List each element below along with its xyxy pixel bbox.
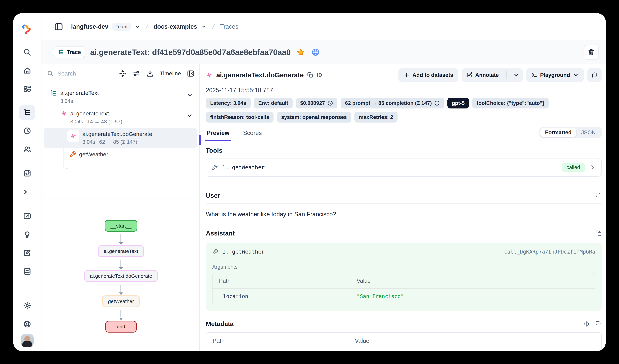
screen: langfuse-dev Team / docs-examples / Trac… — [0, 0, 619, 364]
detail-tabs: Preview Scores Formatted JSON — [206, 127, 602, 141]
public-globe-icon[interactable] — [311, 47, 321, 57]
tokens-badge[interactable]: 62 prompt → 85 completion (Σ 147) — [341, 98, 444, 108]
graph-edge — [121, 285, 121, 292]
copy-icon[interactable] — [596, 321, 602, 327]
content-area: Timeline ai.generateText 3.04s — [42, 64, 606, 351]
breadcrumb-separator: / — [143, 22, 151, 31]
tree-row-generation[interactable]: ai.generateText 3.04s14 → 43 (Σ 57) — [44, 107, 197, 128]
add-to-datasets-button[interactable]: Add to datasets — [398, 68, 458, 82]
prompts-file-code-icon[interactable] — [19, 166, 35, 181]
collapse-panel-icon[interactable] — [187, 70, 195, 77]
user-avatar[interactable] — [21, 334, 34, 347]
chevron-down-icon[interactable] — [186, 92, 193, 98]
argument-row: location "San Francisco" — [212, 289, 595, 304]
chevron-right-icon[interactable] — [589, 164, 596, 171]
insights-lightbulb-icon[interactable] — [19, 227, 35, 242]
sidebar-toggle-icon[interactable] — [53, 22, 64, 32]
annotate-dropdown-chevron[interactable] — [510, 68, 523, 82]
graph-node[interactable]: __end__ — [105, 321, 137, 333]
tool-call-id: call_DgKARp7a7IhJPDczfifMp6Ra — [504, 249, 595, 255]
delete-trace-button[interactable] — [584, 45, 598, 59]
evaluation-percent-icon[interactable] — [19, 208, 35, 224]
search-icon[interactable] — [19, 44, 35, 60]
tree-row-generation-selected[interactable]: ai.generateText.doGenerate 3.04s62 → 85 … — [44, 128, 197, 148]
tree-row-trace[interactable]: ai.generateText 3.04s — [44, 87, 197, 107]
annotate-button[interactable]: Annotate — [462, 68, 504, 82]
support-lifebuoy-icon[interactable] — [19, 316, 35, 332]
graph-edge — [121, 260, 121, 267]
copy-icon[interactable] — [307, 72, 313, 78]
app-window: langfuse-dev Team / docs-examples / Trac… — [13, 13, 606, 351]
langfuse-logo[interactable] — [21, 23, 33, 35]
tree-settings-sliders-icon[interactable] — [133, 70, 140, 77]
observation-timestamp: 2025-11-17 15:55:18.787 — [206, 87, 602, 94]
args-header-value: Value — [350, 278, 595, 284]
annotate-pen-icon — [466, 72, 472, 78]
observation-tree: ai.generateText 3.04s ai.generateText 3.… — [42, 83, 199, 161]
download-icon[interactable] — [146, 70, 154, 77]
timeline-toggle[interactable]: Timeline — [160, 70, 181, 77]
graph-node[interactable]: __start__ — [105, 220, 137, 232]
graph-node[interactable]: ai.generateText — [98, 245, 144, 257]
assistant-tool-call-block: 1. getWeather call_DgKARp7a7IhJPDczfifMp… — [206, 243, 602, 311]
playground-button[interactable]: Playground — [526, 68, 584, 82]
playground-terminal-icon[interactable] — [19, 184, 35, 200]
latency-badge: Latency: 3.04s — [206, 98, 251, 108]
graph-node[interactable]: ai.generateText.doGenerate — [84, 270, 158, 282]
graph-edge — [121, 234, 121, 242]
breadcrumb-org[interactable]: langfuse-dev — [71, 23, 108, 30]
panel-resize-handle[interactable] — [199, 135, 201, 145]
copy-icon[interactable] — [596, 230, 602, 236]
tab-scores[interactable]: Scores — [242, 128, 263, 141]
tree-search[interactable] — [47, 70, 90, 77]
collapse-all-icon[interactable] — [119, 70, 127, 77]
comments-button[interactable] — [587, 68, 602, 82]
bookmark-star-icon[interactable] — [296, 47, 306, 57]
generation-icon — [206, 72, 212, 79]
formatted-toggle[interactable]: Formatted — [540, 128, 577, 137]
arguments-table: Path Value location "San Francisco" — [212, 273, 595, 304]
json-toggle[interactable]: JSON — [577, 128, 600, 137]
chevron-down-icon[interactable] — [186, 112, 193, 119]
system-badge: system: openai.responses — [277, 112, 351, 122]
search-input[interactable] — [57, 70, 87, 77]
tracing-icon[interactable] — [19, 105, 35, 120]
sessions-clock-icon[interactable] — [19, 123, 35, 138]
org-plan-badge: Team — [113, 23, 131, 31]
breadcrumb-page[interactable]: Traces — [220, 23, 238, 30]
settings-gear-icon[interactable] — [19, 298, 35, 313]
env-badge: Env: default — [254, 98, 293, 108]
tool-name: 1. getWeather — [222, 164, 265, 171]
trace-title-bar: Trace ai.generateText: df41e597d0a85e0d7… — [42, 40, 606, 64]
tools-heading: Tools — [206, 147, 602, 154]
datasets-database-icon[interactable] — [19, 264, 35, 279]
tree-row-label: ai.generateText — [70, 110, 122, 117]
breadcrumb-separator: / — [210, 22, 217, 31]
users-icon[interactable] — [19, 142, 35, 157]
tab-preview[interactable]: Preview — [206, 128, 230, 141]
chevron-down-icon — [513, 72, 519, 78]
observation-title: ai.generateText.doGenerate — [216, 71, 304, 79]
tool-definition-row[interactable]: 1. getWeather called — [206, 158, 602, 177]
expand-move-icon[interactable] — [584, 321, 590, 327]
copy-icon[interactable] — [596, 193, 602, 199]
breadcrumb: langfuse-dev Team / docs-examples / Trac… — [42, 13, 606, 40]
project-chevron-down-icon[interactable] — [201, 24, 207, 29]
terminal-icon — [531, 72, 537, 78]
assistant-heading: Assistant — [206, 230, 235, 237]
comment-bubble-icon — [591, 72, 597, 78]
annotation-pen-icon[interactable] — [19, 245, 35, 260]
org-chevron-down-icon[interactable] — [135, 24, 140, 29]
home-icon[interactable] — [19, 63, 35, 78]
info-icon — [327, 100, 333, 106]
metadata-header-value: Value — [349, 333, 601, 344]
argument-path: location — [212, 293, 350, 299]
format-toggle: Formatted JSON — [539, 127, 602, 138]
cost-badge[interactable]: $0.000927 — [296, 98, 337, 108]
model-badge[interactable]: gpt-5 — [447, 98, 469, 108]
dashboard-icon[interactable] — [19, 81, 35, 97]
tree-row-tool[interactable]: getWeather — [44, 148, 197, 161]
breadcrumb-project[interactable]: docs-examples — [154, 23, 197, 30]
trace-type-badge: Trace — [53, 47, 85, 58]
graph-node[interactable]: getWeather — [102, 296, 140, 307]
